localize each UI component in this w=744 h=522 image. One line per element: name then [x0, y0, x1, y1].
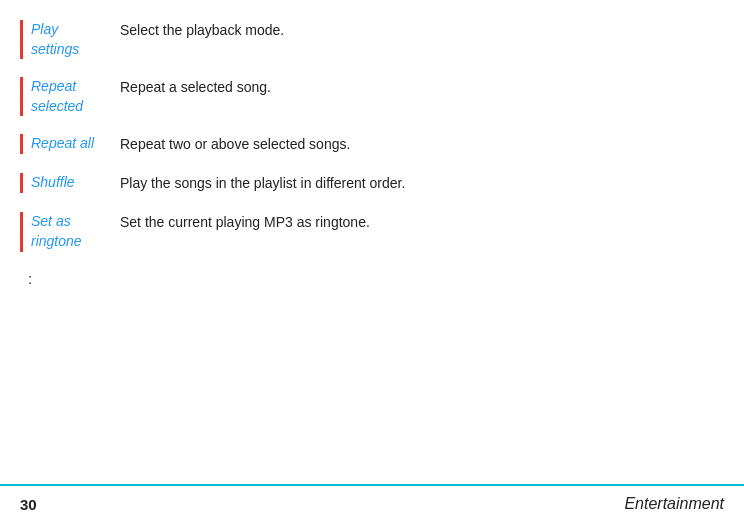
label-shuffle: Shuffle — [20, 173, 110, 193]
colon-note: : — [28, 270, 704, 287]
label-set-as-ringtone: Set as ringtone — [20, 212, 110, 251]
entry-shuffle: Shuffle Play the songs in the playlist i… — [20, 173, 704, 194]
desc-play-settings: Select the playback mode. — [120, 20, 704, 41]
entry-play-settings: Play settings Select the playback mode. — [20, 20, 704, 59]
label-repeat-all: Repeat all — [20, 134, 110, 154]
label-play-settings: Play settings — [20, 20, 110, 59]
page-content: Play settings Select the playback mode. … — [0, 0, 744, 337]
footer-page-number: 30 — [20, 496, 37, 513]
desc-repeat-all: Repeat two or above selected songs. — [120, 134, 704, 155]
entry-set-as-ringtone: Set as ringtone Set the current playing … — [20, 212, 704, 251]
entry-repeat-selected: Repeat selected Repeat a selected song. — [20, 77, 704, 116]
label-repeat-selected: Repeat selected — [20, 77, 110, 116]
desc-repeat-selected: Repeat a selected song. — [120, 77, 704, 98]
entry-repeat-all: Repeat all Repeat two or above selected … — [20, 134, 704, 155]
footer: 30 Entertainment — [0, 484, 744, 522]
desc-set-as-ringtone: Set the current playing MP3 as ringtone. — [120, 212, 704, 233]
desc-shuffle: Play the songs in the playlist in differ… — [120, 173, 704, 194]
footer-title: Entertainment — [624, 495, 724, 513]
